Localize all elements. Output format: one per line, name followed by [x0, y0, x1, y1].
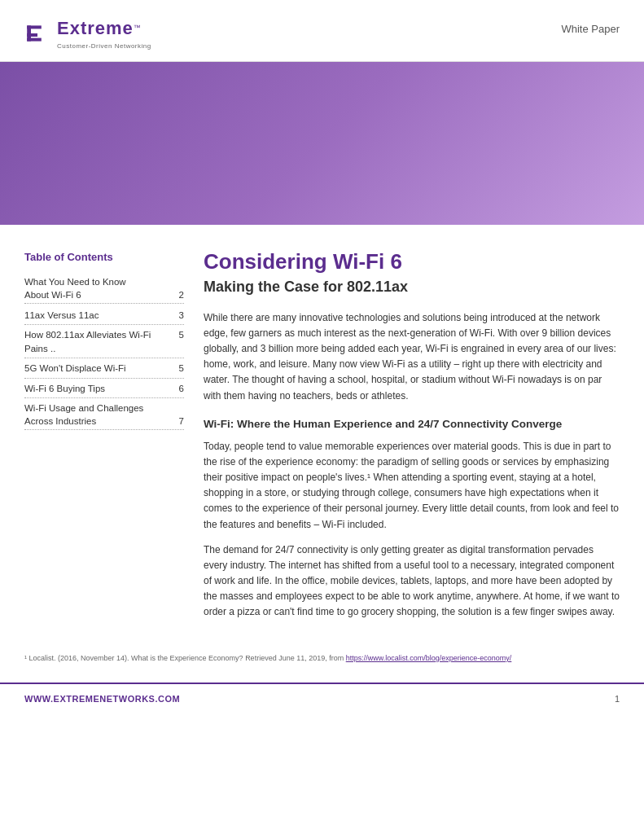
section1-para2: The demand for 24/7 connectivity is only…	[204, 542, 620, 621]
logo-area: Extreme™ Customer-Driven Networking	[24, 15, 151, 51]
section1-para1: Today, people tend to value memorable ex…	[204, 439, 620, 533]
article-content: Considering Wi-Fi 6 Making the Case for …	[204, 249, 620, 630]
toc-label-3: How 802.11ax Alleviates Wi-Fi Pains ..	[24, 328, 179, 357]
toc-page-5: 6	[179, 382, 184, 396]
toc-label-4: 5G Won't Displace Wi-Fi	[24, 362, 179, 375]
footnote: ¹ Localist. (2016, November 14). What is…	[0, 647, 644, 667]
hero-banner	[0, 62, 644, 225]
toc-item-5: Wi-Fi 6 Buying Tips 6	[24, 382, 184, 398]
toc-label-1: About Wi-Fi 6	[24, 288, 179, 301]
toc-label-6: Across Industries	[24, 415, 179, 428]
footer-url: WWW.EXTREMENETWORKS.COM	[24, 692, 180, 706]
svg-rect-2	[27, 33, 37, 37]
toc-sidebar: Table of Contents What You Need to Know …	[24, 249, 204, 630]
logo-name: Extreme™	[57, 15, 151, 42]
page-header: Extreme™ Customer-Driven Networking Whit…	[0, 0, 644, 62]
article-body: While there are many innovative technolo…	[204, 310, 620, 621]
article-subtitle: Making the Case for 802.11ax	[204, 278, 620, 296]
main-content: Table of Contents What You Need to Know …	[0, 225, 644, 647]
footer-page: 1	[615, 692, 620, 706]
toc-item-1: What You Need to Know About Wi-Fi 6 2	[24, 275, 184, 304]
toc-item-6: Wi-Fi Usage and Challenges Across Indust…	[24, 402, 184, 430]
toc-page-3: 5	[179, 328, 184, 342]
svg-rect-3	[27, 37, 42, 41]
intro-paragraph: While there are many innovative technolo…	[204, 310, 620, 404]
footnote-link[interactable]: https://www.localist.com/blog/experience…	[346, 654, 512, 662]
toc-page-4: 5	[179, 362, 184, 375]
extreme-logo-icon	[24, 20, 50, 46]
svg-rect-1	[27, 25, 42, 29]
page-footer: WWW.EXTREMENETWORKS.COM 1	[0, 683, 644, 714]
toc-item-3: How 802.11ax Alleviates Wi-Fi Pains .. 5	[24, 328, 184, 359]
toc-page-2: 3	[179, 309, 184, 323]
toc-label-2: 11ax Versus 11ac	[24, 309, 179, 323]
toc-item-4: 5G Won't Displace Wi-Fi 5	[24, 362, 184, 378]
logo-tagline: Customer-Driven Networking	[57, 42, 151, 51]
toc-item-2: 11ax Versus 11ac 3	[24, 309, 184, 325]
white-paper-label: White Paper	[561, 21, 620, 37]
toc-label-5: Wi-Fi 6 Buying Tips	[24, 382, 179, 396]
footnote-text: ¹ Localist. (2016, November 14). What is…	[24, 654, 344, 662]
section1-title: Wi-Fi: Where the Human Experience and 24…	[204, 417, 620, 432]
toc-title: Table of Contents	[24, 249, 184, 266]
logo-text: Extreme™ Customer-Driven Networking	[57, 15, 151, 51]
toc-page-1: 2	[179, 288, 184, 301]
toc-page-6: 7	[179, 415, 184, 428]
article-title: Considering Wi-Fi 6	[204, 249, 620, 274]
